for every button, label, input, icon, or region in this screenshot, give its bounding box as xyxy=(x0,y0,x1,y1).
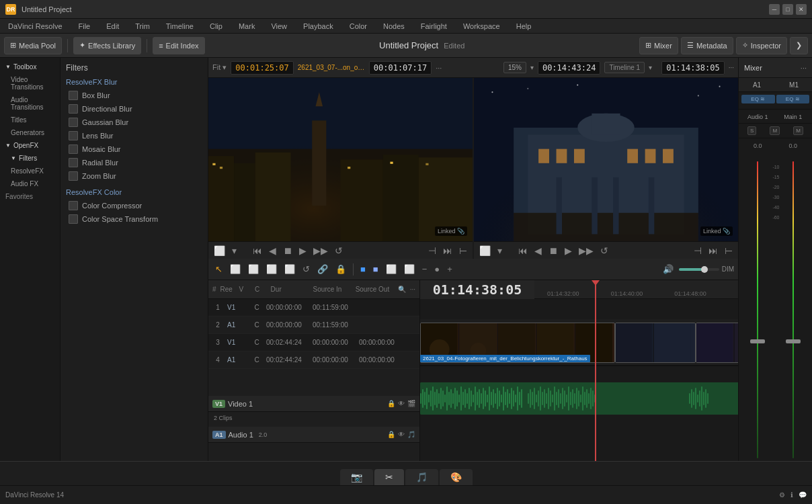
src-mark-in[interactable]: ⊣ xyxy=(425,244,439,257)
slip-tool[interactable]: ⬜ xyxy=(263,263,280,276)
col-options[interactable]: ··· xyxy=(410,286,415,293)
src-go-start[interactable]: ⏮ xyxy=(250,244,265,257)
menu-item-view[interactable]: View xyxy=(268,21,290,32)
menu-item-trim[interactable]: Trim xyxy=(132,21,153,32)
clip-icon[interactable]: 🎬 xyxy=(407,400,415,407)
prog-next-frame[interactable]: ▶▶ xyxy=(576,244,596,257)
bottom-info[interactable]: ℹ xyxy=(790,491,793,499)
zoom-level[interactable]: 15% xyxy=(503,62,526,73)
src-next-marker[interactable]: ⏭ xyxy=(440,244,455,257)
edit-index-button[interactable]: ≡ Edit Index xyxy=(153,37,204,54)
audio-clip-1[interactable] xyxy=(420,382,738,415)
sidebar-item-audio-transitions[interactable]: Audio Transitions xyxy=(0,93,60,114)
volume-slider[interactable] xyxy=(679,268,719,271)
volume-icon[interactable]: 🔊 xyxy=(660,263,676,276)
prog-play[interactable]: ▶ xyxy=(562,244,575,257)
sidebar-item-generators[interactable]: Generators xyxy=(0,126,60,139)
mute-btn-1[interactable]: M xyxy=(770,126,780,135)
program-options[interactable]: ··· xyxy=(729,64,734,71)
prog-stop[interactable]: ⏹ xyxy=(546,244,561,257)
audio-lock-icon[interactable]: 🔒 xyxy=(387,431,395,438)
fit-label[interactable]: Fit ▾ xyxy=(212,63,227,72)
playhead[interactable] xyxy=(595,280,596,461)
effect-item-mosaic-blur[interactable]: Mosaic Blur xyxy=(66,142,202,156)
mixer-options[interactable]: ··· xyxy=(801,64,807,72)
eq-btn-2[interactable]: EQ ≋ xyxy=(776,95,810,103)
prog-prev-frame[interactable]: ◀ xyxy=(532,244,544,257)
video-clip-3[interactable] xyxy=(696,323,738,363)
lock-icon[interactable]: 🔒 xyxy=(387,400,395,407)
bottom-chat[interactable]: 💬 xyxy=(799,491,807,499)
effect-item-color-compressor[interactable]: Color Compressor xyxy=(66,199,202,212)
mixer-button[interactable]: ⊞ Mixer xyxy=(639,37,678,54)
menu-item-clip[interactable]: Clip xyxy=(207,21,225,32)
tab-color[interactable]: 🎨 xyxy=(440,469,473,485)
menu-item-color[interactable]: Color xyxy=(347,21,370,32)
effect-item-color-space[interactable]: Color Space Transform xyxy=(66,212,202,226)
src-prev-frame[interactable]: ◀ xyxy=(266,244,279,257)
menu-item-davinci[interactable]: DaVinci Resolve xyxy=(5,21,65,32)
mute-btn-2[interactable]: M xyxy=(793,126,803,135)
menu-item-edit[interactable]: Edit xyxy=(104,21,122,32)
fader-handle-1[interactable] xyxy=(750,339,765,343)
src-play[interactable]: ▶ xyxy=(296,244,309,257)
menu-item-timeline[interactable]: Timeline xyxy=(163,21,196,32)
retime-tool[interactable]: ⬜ xyxy=(282,263,298,276)
prog-next-marker[interactable]: ⏭ xyxy=(706,244,721,257)
menu-item-nodes[interactable]: Nodes xyxy=(380,21,407,32)
track-color[interactable]: ■ xyxy=(358,263,368,276)
video-clip-2[interactable] xyxy=(615,323,696,363)
src-stop[interactable]: ⏹ xyxy=(280,244,295,257)
src-mark-out[interactable]: ⊢ xyxy=(456,244,470,257)
timeline-arrow[interactable]: ▾ xyxy=(649,64,652,71)
menu-item-fairlight[interactable]: Fairlight xyxy=(418,21,450,32)
filters-header[interactable]: ▼ Filters xyxy=(0,152,60,165)
close-button[interactable]: ✕ xyxy=(796,4,807,15)
track-btn-2[interactable]: ⬜ xyxy=(401,263,417,276)
track-zoom-plus[interactable]: + xyxy=(444,263,455,276)
sidebar-item-resolvefx[interactable]: ResolveFX xyxy=(0,165,60,177)
favorites-header[interactable]: Favorites xyxy=(0,190,60,203)
select-tool[interactable]: ↖ xyxy=(212,263,225,276)
zoom-arrow[interactable]: ▾ xyxy=(530,64,534,71)
track-btn-1[interactable]: ⬜ xyxy=(383,263,399,276)
source-timecode[interactable]: 00:01:25:07 xyxy=(231,61,293,75)
bottom-options[interactable]: ⚙ xyxy=(779,491,785,499)
eq-btn-1[interactable]: EQ ≋ xyxy=(741,95,775,103)
curve-tool[interactable]: ↺ xyxy=(300,263,313,276)
trim-tool[interactable]: ⬜ xyxy=(245,263,261,276)
audio-eye-icon[interactable]: 👁 xyxy=(398,431,405,438)
metadata-button[interactable]: ☰ Metadata xyxy=(681,37,733,54)
effect-item-lens-blur[interactable]: Lens Blur xyxy=(66,129,202,142)
menu-item-mark[interactable]: Mark xyxy=(236,21,257,32)
prog-mark-in[interactable]: ⊣ xyxy=(691,244,704,257)
track-color-2[interactable]: ■ xyxy=(370,263,381,276)
col-search[interactable]: 🔍 xyxy=(398,286,406,293)
link-tool[interactable]: 🔗 xyxy=(315,263,331,276)
openfx-header[interactable]: ▼ OpenFX xyxy=(0,139,60,152)
razor-tool[interactable]: ⬜ xyxy=(227,263,243,276)
src-arrow-btn[interactable]: ▾ xyxy=(229,244,239,257)
src-next-frame[interactable]: ▶▶ xyxy=(311,244,331,257)
src-crop-btn[interactable]: ⬜ xyxy=(211,244,228,257)
sidebar-item-titles[interactable]: Titles xyxy=(0,114,60,126)
timeline-name[interactable]: Timeline 1 xyxy=(604,62,645,73)
tab-media[interactable]: 📷 xyxy=(340,469,373,485)
prog-crop-btn[interactable]: ⬜ xyxy=(477,244,493,257)
inspector-button[interactable]: ✧ Inspector xyxy=(736,37,787,54)
effect-item-radial-blur[interactable]: Radial Blur xyxy=(66,156,202,169)
effect-item-gaussian-blur[interactable]: Gaussian Blur xyxy=(66,116,202,129)
src-loop[interactable]: ↺ xyxy=(332,244,346,257)
effect-item-directional-blur[interactable]: Directional Blur xyxy=(66,102,202,116)
prog-mark-out[interactable]: ⊢ xyxy=(722,244,735,257)
toolbox-header[interactable]: ▼ Toolbox xyxy=(0,60,60,73)
source-options[interactable]: ··· xyxy=(436,64,442,72)
effect-item-box-blur[interactable]: Box Blur xyxy=(66,89,202,102)
menu-item-file[interactable]: File xyxy=(76,21,93,32)
panel-toggle[interactable]: ❯ xyxy=(790,37,808,54)
tab-edit[interactable]: ✂ xyxy=(374,469,404,485)
media-pool-button[interactable]: ⊞ Media Pool xyxy=(4,37,62,54)
sidebar-item-video-transitions[interactable]: Video Transitions xyxy=(0,73,60,93)
solo-btn-1[interactable]: S xyxy=(747,126,756,135)
sidebar-item-audiofx[interactable]: Audio FX xyxy=(0,177,60,190)
